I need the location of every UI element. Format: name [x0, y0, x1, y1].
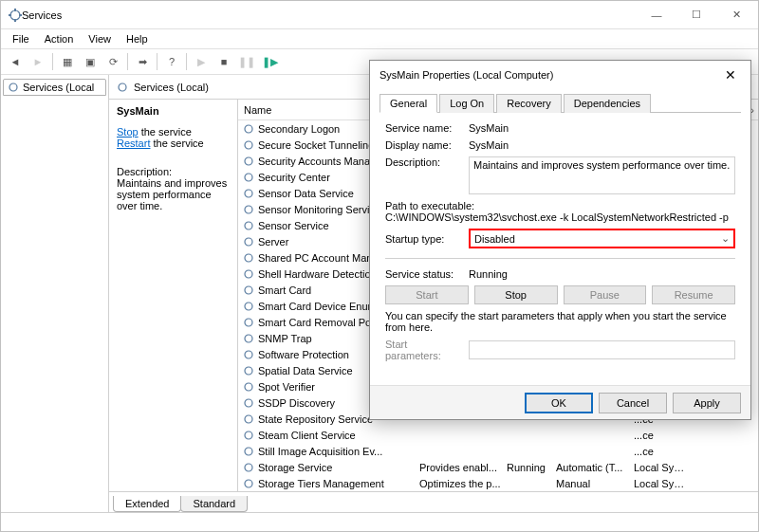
gear-icon: [242, 461, 255, 474]
stop-link[interactable]: Stop: [117, 126, 139, 138]
pause-button[interactable]: Pause: [564, 285, 647, 304]
svg-point-7: [245, 125, 252, 133]
svg-point-19: [245, 319, 252, 326]
service-status-value: Running: [469, 268, 735, 280]
gear-icon: [242, 348, 255, 361]
tab-logon[interactable]: Log On: [439, 94, 494, 113]
menu-file[interactable]: File: [5, 31, 37, 46]
tab-dependencies[interactable]: Dependencies: [564, 94, 651, 113]
menu-help[interactable]: Help: [119, 31, 156, 46]
gear-icon: [242, 413, 255, 426]
svg-point-6: [119, 83, 126, 91]
service-row[interactable]: Steam Client Service...ce: [238, 427, 758, 443]
menubar: File Action View Help: [1, 29, 758, 48]
selected-service-name: SysMain: [117, 105, 230, 117]
gear-icon: [117, 82, 128, 93]
gear-icon: [242, 364, 255, 377]
display-name-value: SysMain: [469, 139, 735, 151]
gear-icon: [242, 396, 255, 410]
stop-icon[interactable]: ■: [213, 52, 234, 71]
nav-services-local[interactable]: Services (Local: [3, 79, 106, 96]
svg-point-27: [245, 448, 252, 455]
description-label: Description:: [385, 156, 463, 168]
path-label: Path to executable:: [385, 200, 735, 211]
service-name-value: SysMain: [469, 122, 735, 134]
show-hide-button[interactable]: ▦: [57, 52, 78, 71]
description-label: Description:: [117, 166, 230, 177]
properties-icon[interactable]: ▣: [80, 52, 101, 71]
gear-icon: [8, 82, 19, 93]
chevron-down-icon: ⌄: [721, 232, 730, 245]
service-row[interactable]: Still Image Acquisition Ev......ce: [238, 443, 758, 459]
back-button[interactable]: ◄: [5, 52, 26, 71]
tab-extended[interactable]: Extended: [113, 496, 181, 512]
start-parameters-input[interactable]: [469, 340, 735, 359]
tab-general[interactable]: General: [380, 94, 437, 113]
resume-button[interactable]: Resume: [652, 285, 735, 304]
tab-recovery[interactable]: Recovery: [496, 94, 561, 113]
svg-point-8: [245, 141, 252, 149]
cancel-button[interactable]: Cancel: [599, 393, 667, 413]
gear-icon: [242, 284, 255, 297]
start-parameters-label: Start parameters:: [385, 339, 463, 361]
gear-icon: [242, 235, 255, 248]
description-value: Maintains and improves system performanc…: [469, 156, 735, 194]
gear-icon: [242, 380, 255, 394]
nav-tree: Services (Local: [1, 75, 109, 512]
svg-point-21: [245, 351, 252, 358]
gear-icon: [242, 300, 255, 313]
dialog-tabs: General Log On Recovery Dependencies: [380, 93, 741, 113]
startup-type-label: Startup type:: [385, 233, 463, 245]
maximize-button[interactable]: ☐: [676, 2, 716, 28]
refresh-icon[interactable]: ⟳: [102, 52, 123, 71]
ok-button[interactable]: OK: [525, 393, 593, 413]
svg-point-12: [245, 206, 252, 213]
export-icon[interactable]: ➡: [132, 52, 153, 71]
svg-point-16: [245, 270, 252, 278]
restart-icon[interactable]: ❚▶: [259, 52, 280, 71]
startup-type-select[interactable]: Disabled ⌄: [469, 229, 735, 248]
start-params-hint: You can specify the start parameters tha…: [385, 310, 735, 333]
titlebar: Services — ☐ ✕: [1, 1, 758, 29]
service-row[interactable]: Storage ServiceProvides enabl...RunningA…: [238, 459, 758, 475]
svg-point-20: [245, 335, 252, 342]
restart-link[interactable]: Restart: [117, 138, 150, 149]
svg-point-17: [245, 286, 252, 294]
svg-point-10: [245, 174, 252, 181]
services-window: Services — ☐ ✕ File Action View Help ◄ ►…: [0, 0, 759, 532]
gear-icon: [242, 203, 255, 216]
svg-point-5: [9, 83, 17, 91]
svg-point-23: [245, 383, 252, 391]
gear-icon: [242, 187, 255, 200]
menu-action[interactable]: Action: [37, 31, 82, 46]
pause-icon[interactable]: ❚❚: [236, 52, 257, 71]
gear-icon: [242, 171, 255, 184]
start-button[interactable]: Start: [385, 285, 469, 304]
svg-point-26: [245, 431, 252, 439]
menu-view[interactable]: View: [81, 31, 119, 46]
svg-point-13: [245, 222, 252, 229]
svg-point-29: [245, 480, 252, 487]
help-icon[interactable]: ?: [161, 52, 182, 71]
detail-pane: SysMain Stop the service Restart the ser…: [109, 100, 237, 491]
svg-rect-1: [14, 9, 16, 11]
apply-button[interactable]: Apply: [673, 393, 741, 413]
svg-point-11: [245, 190, 252, 197]
path-value: C:\WINDOWS\system32\svchost.exe -k Local…: [385, 211, 735, 223]
service-row[interactable]: Storage Tiers ManagementOptimizes the p.…: [238, 475, 758, 491]
gear-icon: [242, 138, 255, 152]
window-title: Services: [22, 9, 637, 21]
svg-point-25: [245, 415, 252, 423]
dialog-close-button[interactable]: ✕: [714, 67, 747, 83]
gear-icon: [242, 332, 255, 345]
stop-button[interactable]: Stop: [474, 285, 558, 304]
forward-button[interactable]: ►: [28, 52, 48, 71]
close-button[interactable]: ✕: [716, 2, 756, 28]
play-icon[interactable]: ▶: [191, 52, 212, 71]
minimize-button[interactable]: —: [637, 2, 676, 28]
gear-icon: [242, 251, 255, 265]
tab-standard[interactable]: Standard: [180, 496, 248, 512]
dialog-title: SysMain Properties (Local Computer): [380, 69, 714, 81]
svg-rect-2: [14, 19, 16, 22]
gear-icon: [242, 429, 255, 442]
